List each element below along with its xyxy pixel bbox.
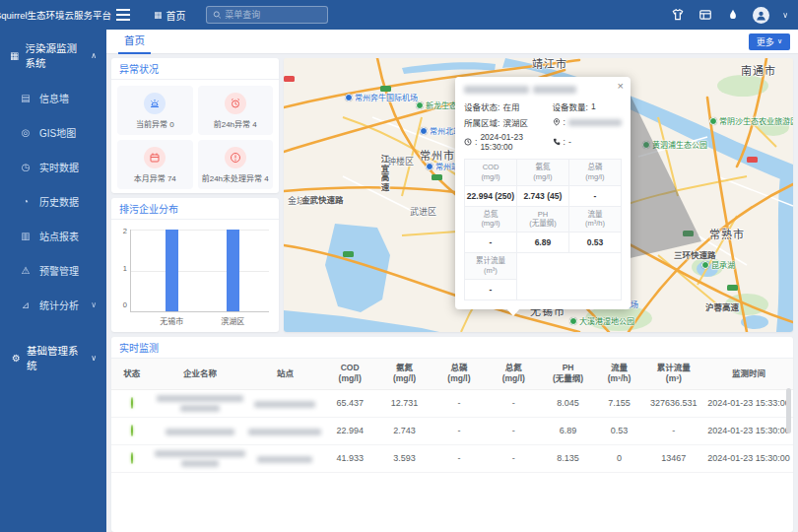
sidebar-item-statistics[interactable]: ⊿ 统计分析 ∨: [0, 288, 106, 322]
stat-label: 前24h异常: [214, 120, 250, 129]
close-icon[interactable]: ×: [618, 81, 624, 92]
app-root: Squirrel生态环境云服务平台 ▦ 污染源监测系统 ∧ ▤ 信息墙 ◎ GI…: [0, 0, 798, 532]
table-row[interactable]: 22.994 2.743 - - 6.89 0.53 - 2024-01-23 …: [111, 417, 793, 444]
company-name-blurred: [166, 429, 234, 435]
cod-value: 22.994: [323, 417, 377, 444]
ph-value: 8.135: [541, 444, 595, 472]
sidebar: Squirrel生态环境云服务平台 ▦ 污染源监测系统 ∧ ▤ 信息墙 ◎ GI…: [0, 0, 106, 532]
monitor-table: 状态 企业名称 站点 COD(mg/l) 氨氮(mg/l) 总磷(mg/l) 总…: [111, 359, 793, 473]
clock-icon: ◷: [20, 162, 32, 172]
sidebar-item-label: GIS地图: [39, 125, 76, 140]
chevron-down-icon[interactable]: ∨: [782, 11, 788, 20]
map-label-district: 钟楼区: [387, 155, 414, 167]
breadcrumb[interactable]: ▦ 首页: [154, 8, 186, 23]
calendar-icon: [144, 147, 166, 168]
gridline: [131, 271, 269, 272]
station-pin-icon: [426, 163, 433, 170]
nh3n-value: 3.593: [377, 444, 432, 472]
sidebar-item-label: 统计分析: [39, 298, 79, 312]
panel-title: 异常状况: [111, 58, 279, 80]
stat-label: 本月异常: [134, 174, 166, 183]
address-row: :: [553, 117, 622, 127]
popup-total-flow-value: -: [465, 279, 517, 299]
theme-icon[interactable]: [670, 8, 685, 23]
map-poi-lake: 昆承湖: [701, 259, 735, 270]
station-info-popup: × 设备状态: 在用 设备数量: 1 所属区域: 滨湖区 : :2024-01-…: [455, 77, 631, 309]
chevron-down-icon: ∨: [777, 37, 782, 45]
map-label-city: 靖江市: [532, 58, 567, 71]
station-name-blurred: [257, 456, 312, 463]
device-status-value: 在用: [502, 100, 519, 112]
popup-metrics-table: COD(mg/l) 氨氮(mg/l) 总磷(mg/l) 22.994 (250)…: [464, 159, 622, 300]
stat-card-current-abnormal[interactable]: 当前异常 0: [117, 86, 193, 135]
stat-value: 4: [264, 174, 268, 183]
x-axis: 无锡市 滨湖区: [130, 315, 269, 327]
panel-title: 排污企业分布: [111, 198, 279, 220]
stat-card-24h-unhandled[interactable]: 前24h未处理异常 4: [198, 140, 274, 189]
tp-value: -: [432, 417, 486, 444]
time-row: :2024-01-23 15:30:00: [464, 132, 553, 152]
fullscreen-icon[interactable]: [698, 8, 712, 23]
sidebar-item-gis-map[interactable]: ◎ GIS地图: [0, 115, 106, 150]
topbar-actions: ∨: [670, 7, 788, 24]
popup-phone: -: [568, 137, 571, 147]
stat-value: 0: [169, 120, 173, 129]
alert-icon: ⚠: [20, 265, 32, 276]
tab-home[interactable]: 首页: [118, 29, 151, 54]
popup-ph-value: 6.89: [516, 233, 568, 253]
station-pin-icon: [420, 127, 428, 135]
history-icon: ◔: [20, 196, 32, 207]
popup-tn-value: -: [465, 233, 517, 253]
nh3n-value: 12.731: [377, 389, 432, 417]
abnormal-cards: 当前异常 0 前24h异常 4 本月异常 74: [111, 80, 279, 195]
popup-cod-value: 22.994 (250): [465, 185, 517, 206]
cod-value: 65.437: [323, 389, 377, 417]
map-poi-airport: 常州奔牛国际机场: [345, 92, 418, 102]
total-flow-value: 327636.531: [643, 389, 704, 417]
x-tick: 滨湖区: [221, 315, 244, 326]
sidebar-group-pollution-monitor[interactable]: ▦ 污染源监测系统 ∧: [0, 30, 106, 81]
exclamation-icon: [225, 147, 246, 168]
more-button[interactable]: 更多 ∨: [749, 33, 790, 50]
menu-search-box: [206, 6, 328, 24]
company-name-blurred: [153, 395, 248, 412]
sidebar-item-history-data[interactable]: ◔ 历史数据: [0, 184, 106, 219]
sidebar-item-label: 站点报表: [39, 229, 79, 243]
search-input[interactable]: [225, 10, 320, 20]
avatar[interactable]: [753, 7, 769, 24]
y-tick: 2: [117, 227, 127, 235]
sidebar-group-base-manage[interactable]: ⚙ 基础管理系统 ∨: [0, 332, 106, 383]
sidebar-item-realtime-data[interactable]: ◷ 实时数据: [0, 150, 106, 184]
map-label-road: 江宜高速: [378, 155, 390, 192]
sidebar-item-alert-manage[interactable]: ⚠ 预警管理: [0, 253, 106, 288]
stat-label: 当前异常: [136, 120, 167, 129]
cod-value: 41.933: [323, 444, 377, 472]
monitor-time: 2024-01-23 15:33:00: [704, 389, 793, 417]
sidebar-item-station-report[interactable]: ▥ 站点报表: [0, 219, 106, 253]
map-poi-park: 黄泗浦生态公园: [642, 139, 707, 150]
status-online-dot: [131, 397, 133, 409]
flame-icon[interactable]: [725, 8, 740, 23]
hamburger-menu-icon[interactable]: [116, 9, 130, 21]
ph-value: 8.045: [541, 389, 595, 417]
stat-card-24h-abnormal[interactable]: 前24h异常 4: [198, 86, 274, 135]
stats-icon: ⊿: [20, 299, 32, 310]
bar-wuxi: [166, 230, 178, 311]
table-row[interactable]: 65.437 12.731 - - 8.045 7.155 327636.531…: [111, 389, 793, 417]
abnormal-status-panel: 异常状况 当前异常 0 前24h异常 4: [111, 58, 279, 193]
bar-chart[interactable]: 2 1 0: [117, 230, 269, 312]
park-pin-icon: [569, 317, 577, 325]
popup-tp-value: -: [568, 185, 621, 206]
clock-icon: [464, 138, 472, 146]
table-row[interactable]: 41.933 3.593 - - 8.135 0 13467 2024-01-2…: [111, 444, 793, 472]
table-scrollbar[interactable]: [786, 388, 791, 433]
bar-binhu: [227, 230, 239, 311]
map[interactable]: 靖江市 南通市 常州市 无锡市 常熟市 钟楼区 金坛区 武进区 滨湖区 金武快速…: [284, 58, 793, 332]
x-tick: 无锡市: [160, 315, 183, 326]
globe-icon: ◎: [20, 127, 32, 138]
phone-row: :-: [553, 137, 622, 147]
park-pin-icon: [709, 117, 717, 125]
stat-card-month-abnormal[interactable]: 本月异常 74: [117, 140, 193, 189]
map-label-city: 南通市: [741, 62, 776, 78]
sidebar-item-info-wall[interactable]: ▤ 信息墙: [0, 81, 106, 115]
